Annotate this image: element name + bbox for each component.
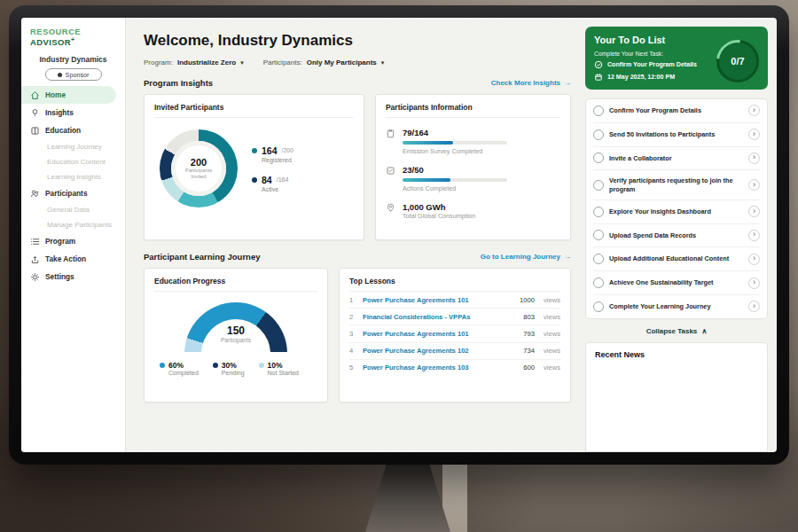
sidebar-nav: Home Insights Education Learning Journey… — [21, 86, 125, 286]
program-select[interactable]: Program: Industrialize Zero ▾ — [144, 59, 244, 66]
task-row-verify-participants[interactable]: Verify participants requesting to join t… — [593, 170, 760, 200]
go-to-learning-journey-link[interactable]: Go to Learning Journey → — [481, 253, 571, 261]
task-row-explore-insights[interactable]: Explore Your Insights Dashboard › — [593, 200, 760, 224]
link-label: Check More Insights — [491, 79, 560, 87]
lesson-rank: 3 — [349, 330, 356, 338]
lesson-title-link[interactable]: Power Purchase Agreements 103 — [363, 364, 517, 372]
chevron-right-icon[interactable]: › — [748, 278, 760, 289]
stat-value: 1,000 GWh — [403, 202, 475, 212]
sidebar-item-manage-participants[interactable]: Manage Participants — [21, 217, 125, 232]
todo-progress-value: 0/7 — [731, 56, 744, 66]
lesson-title-link[interactable]: Power Purchase Agreements 101 — [363, 296, 513, 304]
todo-task-list: Confirm Your Program Details › Send 50 I… — [585, 98, 768, 319]
check-more-insights-link[interactable]: Check More Insights → — [491, 79, 571, 87]
logo-text-primary: RESOURCE — [30, 27, 81, 36]
sidebar-item-insights[interactable]: Insights — [21, 104, 125, 121]
book-icon — [30, 126, 40, 136]
legend-suffix: /200 — [282, 147, 294, 153]
task-checkbox[interactable] — [593, 153, 604, 163]
chevron-right-icon[interactable]: › — [748, 254, 760, 265]
legend-label: Registered — [262, 157, 293, 163]
task-checkbox[interactable] — [593, 106, 604, 116]
task-checkbox[interactable] — [593, 180, 604, 191]
home-icon — [30, 90, 40, 100]
task-checkbox[interactable] — [593, 129, 604, 140]
gear-icon — [30, 272, 40, 282]
sidebar-item-learning-insights[interactable]: Learning Insights — [21, 169, 125, 184]
todo-progress-ring: 0/7 — [716, 40, 759, 82]
sidebar-item-label: Participants — [45, 189, 88, 198]
todo-next-task-label: Confirm Your Program Details — [607, 61, 697, 68]
lesson-views-suffix: views — [544, 313, 560, 321]
task-label: Explore Your Insights Dashboard — [609, 207, 743, 216]
legend-label: Pending — [222, 370, 245, 376]
filters-row: Program: Industrialize Zero ▾ Participan… — [144, 59, 571, 66]
sponsor-badge-label: Sponsor — [66, 71, 90, 79]
task-checkbox[interactable] — [593, 301, 604, 312]
legend-dot-navy — [252, 177, 257, 183]
chevron-up-icon: ∧ — [702, 327, 708, 335]
task-label: Achieve One Sustainability Target — [609, 278, 743, 287]
lesson-title-link[interactable]: Power Purchase Agreements 102 — [363, 347, 517, 355]
insights-icon — [30, 108, 40, 118]
card-title: Invited Participants — [154, 103, 354, 118]
sponsor-badge[interactable]: Sponsor — [45, 68, 102, 81]
sidebar-item-general-data[interactable]: General Data — [21, 202, 125, 217]
lesson-title-link[interactable]: Financial Considerations - VPPAs — [363, 313, 517, 321]
invited-donut-chart: 200 Participants Invited — [160, 129, 238, 207]
task-row-invite-collaborator[interactable]: Invite a Collaborator › — [593, 147, 760, 171]
task-checkbox[interactable] — [593, 230, 604, 240]
sidebar-item-label: Settings — [45, 272, 74, 281]
legend-item-completed: 60% Completed — [160, 361, 199, 376]
arrow-right-icon: → — [564, 253, 571, 261]
progress-bar — [403, 178, 507, 182]
chevron-right-icon[interactable]: › — [748, 301, 760, 312]
lesson-views-suffix: views — [544, 347, 560, 355]
chevron-right-icon[interactable]: › — [748, 105, 760, 116]
task-row-send-invitations[interactable]: Send 50 Invitations to Participants › — [593, 123, 760, 147]
sidebar-item-label: Program — [45, 237, 75, 246]
chevron-right-icon[interactable]: › — [748, 129, 760, 140]
task-checkbox[interactable] — [593, 207, 604, 217]
sidebar-item-education-content[interactable]: Education Content — [21, 154, 125, 169]
task-checkbox[interactable] — [593, 278, 604, 288]
sidebar-item-participants[interactable]: Participants — [21, 184, 125, 202]
task-checkbox[interactable] — [593, 254, 604, 264]
card-title: Participants Information — [386, 103, 560, 118]
task-row-complete-learning-journey[interactable]: Complete Your Learning Journey › — [593, 295, 760, 318]
education-gauge-chart: 150 Participants — [184, 302, 287, 352]
task-row-achieve-target[interactable]: Achieve One Sustainability Target › — [593, 271, 760, 295]
lesson-row: 2 Financial Considerations - VPPAs 803 v… — [349, 309, 560, 325]
stat-actions-completed: 23/50 Actions Completed — [386, 165, 560, 192]
legend-item-registered: 164 /200 Registered — [252, 145, 293, 163]
task-row-confirm-program[interactable]: Confirm Your Program Details › — [593, 99, 760, 123]
progress-fill — [403, 178, 450, 182]
task-row-upload-spend-data[interactable]: Upload Spend Data Records › — [593, 224, 760, 248]
legend-item-active: 84 /164 Active — [252, 175, 293, 192]
todo-panel: Your To Do List Complete Your Next Task:… — [583, 18, 777, 452]
task-row-upload-educational-content[interactable]: Upload Additional Educational Content › — [593, 247, 760, 271]
legend-dot-navy — [213, 363, 218, 368]
participants-select[interactable]: Participants: Only My Participants ▾ — [263, 59, 385, 66]
sidebar-item-settings[interactable]: Settings — [21, 268, 125, 286]
progress-fill — [403, 141, 453, 145]
collapse-tasks-button[interactable]: Collapse Tasks ∧ — [585, 327, 768, 335]
invited-participants-card: Invited Participants 200 Participants In… — [144, 94, 364, 240]
chevron-right-icon[interactable]: › — [748, 179, 760, 191]
sidebar-item-home[interactable]: Home — [21, 86, 116, 104]
sidebar-item-take-action[interactable]: Take Action — [21, 250, 125, 268]
main-content: Welcome, Industry Dynamics Program: Indu… — [126, 18, 583, 452]
program-insights-cards: Invited Participants 200 Participants In… — [144, 94, 571, 240]
chevron-right-icon[interactable]: › — [748, 206, 760, 217]
sidebar-item-education[interactable]: Education — [21, 121, 125, 139]
lesson-views: 803 — [523, 313, 535, 321]
sidebar-item-program[interactable]: Program — [21, 232, 125, 250]
lesson-title-link[interactable]: Power Purchase Agreements 101 — [363, 330, 517, 338]
todo-summary-card: Your To Do List Complete Your Next Task:… — [585, 27, 768, 90]
sidebar-item-learning-journey[interactable]: Learning Journey — [21, 139, 125, 154]
sidebar-item-label: Insights — [45, 108, 74, 117]
lesson-views-suffix: views — [544, 330, 560, 338]
lesson-row: 1 Power Purchase Agreements 101 1000 vie… — [349, 292, 560, 309]
chevron-right-icon[interactable]: › — [748, 153, 760, 164]
chevron-right-icon[interactable]: › — [748, 230, 760, 241]
